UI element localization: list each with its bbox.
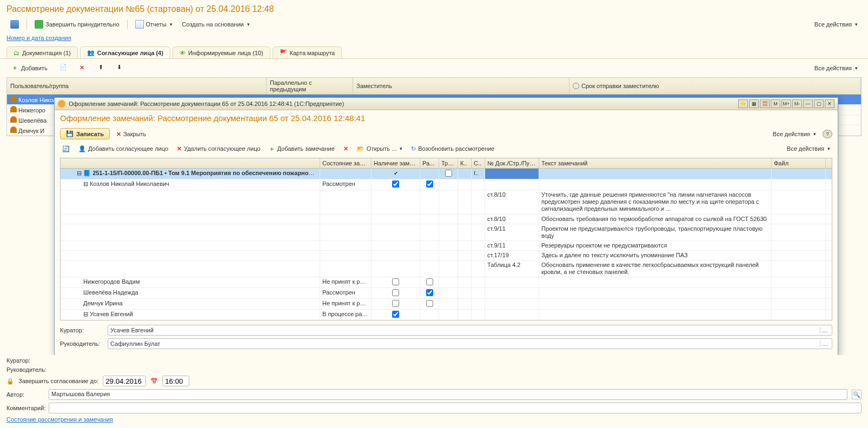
table-row[interactable]: Шевелёва Надежда Рассмотрен [61,288,832,299]
create-based-dropdown[interactable]: Создать на основании [178,18,254,30]
table-row[interactable]: ст.9/11 Резервуары проектом не предусмат… [61,241,832,251]
dialog-titlebar[interactable]: Оформление замечаний: Рассмотрение докум… [55,98,838,110]
col-deputy-send[interactable]: Срок отправки заместителю [569,78,861,94]
cell-name: Демчук Ирина [83,300,123,306]
checkbox[interactable] [445,170,452,177]
author-field[interactable]: Мартышова Валерия [49,389,847,400]
expand-icon[interactable]: ⊟ [77,170,82,176]
table-row[interactable]: ст.8/10 Уточнить, где данные решения при… [61,190,832,215]
remarks-grid-header: Состояние задачи Наличие заме... Ра... Т… [61,158,832,169]
all-actions-dropdown-2[interactable]: Все действия [811,62,862,74]
manager-field[interactable]: Сафиуллин Булат… [108,338,832,349]
state-remarks-link[interactable]: Состояние рассмотрения и замечания [6,416,113,423]
all-actions-dropdown[interactable]: Все действия [771,130,818,138]
window-minimize-button[interactable]: — [803,99,813,108]
checkbox[interactable] [392,180,399,188]
col-state[interactable]: Состояние задачи [320,158,372,168]
col-k[interactable]: К.. [458,158,472,168]
finish-date-input[interactable] [103,376,146,386]
table-row[interactable]: ⊟ 📘 251-1-15/П-00000.00-ПБ1 • Том 9.1 Ме… [61,169,832,179]
col-treb[interactable]: Тре... [439,158,458,168]
tab-route-map[interactable]: 🚩Карта маршрута [273,46,342,58]
cell-ref: ст.9/11 [485,224,539,240]
checkbox[interactable] [426,300,433,307]
checkbox[interactable] [426,289,433,296]
force-finish-button[interactable]: Завершить принудительно [31,18,123,30]
window-m-button[interactable]: М [771,99,780,108]
reports-dropdown[interactable]: Отчеты [131,18,176,30]
all-actions-dropdown[interactable]: Все действия [811,18,862,30]
move-up-button[interactable]: ⬆ [95,62,111,74]
comment-field[interactable] [49,403,862,413]
col-user-group[interactable]: Пользователь/группа [7,78,267,94]
col-ra[interactable]: Ра... [420,158,439,168]
remarks-grid-body[interactable]: ⊟ 📘 251-1-15/П-00000.00-ПБ1 • Том 9.1 Ме… [61,169,832,320]
del-person-button[interactable]: ✕Удалить согласующее лицо [175,144,262,153]
checkbox[interactable] [392,278,399,285]
refresh-button[interactable]: 🔄 [60,144,72,153]
col-docref[interactable]: № Док./Стр./Пун... [485,158,539,168]
col-s[interactable]: С.. [472,158,485,168]
table-row[interactable]: Таблица 4.2 Обосновать применение в каче… [61,260,832,277]
calendar-button[interactable]: 📅 [150,378,158,385]
add-label: Добавить [21,65,48,71]
col-has-remarks[interactable]: Наличие заме... [372,158,420,168]
table-row[interactable]: ст.8/10 Обосновать требования по термооб… [61,215,832,224]
cell-text: Проектом не предусматриваются трубопрово… [539,224,772,240]
save-button[interactable]: 💾Записать [60,128,110,139]
resume-button[interactable]: ↻Возобновить рассмотрение [409,144,496,153]
table-row[interactable]: ст.9/11 Проектом не предусматриваются тр… [61,224,832,241]
window-star-button[interactable]: ⭐ [738,99,748,108]
finish-time-input[interactable] [162,376,189,386]
checkbox[interactable] [392,311,399,318]
close-button[interactable]: ✕Закрыть [114,129,148,139]
copy-button[interactable]: 📄 [56,62,72,74]
checkbox[interactable] [426,278,433,285]
checkbox[interactable] [426,180,433,188]
curator-field[interactable]: Усачев Евгений… [108,325,832,336]
col-scroll [826,158,832,168]
save-button[interactable] [6,18,23,30]
window-calc-button[interactable]: 🧮 [760,99,770,108]
move-down-button[interactable]: ⬇ [113,62,129,74]
col-name[interactable] [61,158,320,168]
table-row[interactable]: Нижегородов Вадим Не принят к рас... [61,277,832,288]
add-button[interactable]: ＋Добавить [6,62,51,74]
table-row[interactable]: ⊟ Усачев Евгений В процессе рас... [61,310,832,320]
window-close-button[interactable]: ✕ [825,99,834,108]
window-mminus-button[interactable]: М- [792,99,802,108]
table-row[interactable]: ст.17/19 Здесь и далее по тексту исключи… [61,251,832,260]
curator-label: Куратор: [60,327,103,333]
all-actions-dropdown-2[interactable]: Все действия [785,144,832,153]
open-dropdown[interactable]: 📂Открыть ... [355,144,405,153]
add-person-button[interactable]: 👤Добавить согласующее лицо [76,144,170,153]
checkbox[interactable] [392,300,399,307]
picker-button[interactable]: … [820,327,830,333]
delete-button[interactable]: ✕ [74,62,90,74]
tab-documentation[interactable]: 🗂Документация (1) [6,46,78,58]
table-row[interactable]: ⊟ Козлов Николай Николаевич Рассмотрен [61,179,832,190]
tab-approvers[interactable]: 👥Согласующие лица (4) [80,46,170,58]
picker-button[interactable]: … [820,340,830,347]
clock-icon [573,83,579,89]
add-remark-button[interactable]: ＋Добавить замечание [267,144,336,153]
col-file[interactable]: Файл [772,158,826,168]
expand-icon[interactable]: ⊟ [83,311,88,317]
col-deputy[interactable]: Заместитель [353,78,569,94]
del-remark-button[interactable]: ✕ [341,144,350,153]
window-maximize-button[interactable]: ▢ [814,99,824,108]
table-row[interactable]: Демчук Ирина Не принят к рас... [61,299,832,310]
dialog-toolbar-2: 🔄 👤Добавить согласующее лицо ✕Удалить со… [55,142,838,156]
col-text[interactable]: Текст замечаний [539,158,772,168]
all-actions-label: Все действия [814,21,852,28]
window-mplus-button[interactable]: М+ [781,99,791,108]
checkbox[interactable] [392,289,399,296]
window-grid-button[interactable]: ▦ [749,99,759,108]
help-button[interactable]: ? [823,130,832,138]
tab-informed[interactable]: 👁Информируемые лица (10) [173,46,270,58]
bottom-panel: Куратор: Руководитель: 🔒 Завершить согла… [0,355,868,428]
search-button[interactable]: 🔍 [852,390,862,399]
col-parallel[interactable]: Параллельно с предыдущим [267,78,353,94]
expand-icon[interactable]: ⊟ [83,180,88,187]
number-date-link[interactable]: Номер и дата создания [0,32,78,43]
